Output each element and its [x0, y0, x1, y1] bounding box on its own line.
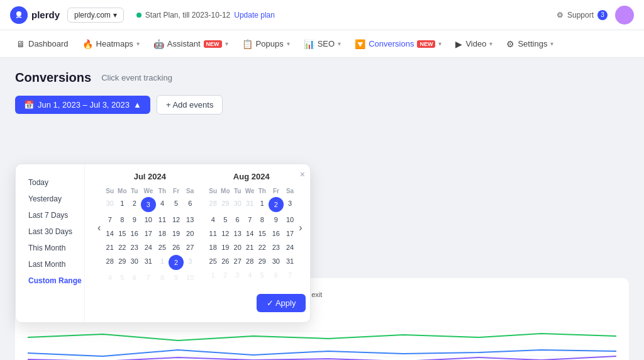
cal-day[interactable]: 6 [185, 197, 195, 212]
cal-day[interactable]: 28 [208, 197, 218, 212]
cal-day[interactable]: 23 [130, 241, 140, 254]
nav-item-dashboard[interactable]: 🖥 Dashboard [10, 35, 75, 53]
cal-day[interactable]: 3 [185, 255, 195, 270]
cal-day[interactable]: 31 [141, 255, 156, 270]
user-avatar[interactable] [615, 6, 634, 25]
cal-day[interactable]: 11 [157, 213, 167, 226]
nav-item-popups[interactable]: 📋 Popups ▾ [236, 35, 296, 53]
cal-day[interactable]: 22 [257, 241, 267, 254]
cal-day[interactable]: 15 [257, 227, 267, 240]
cal-day[interactable]: 5 [219, 213, 231, 226]
nav-item-heatmaps[interactable]: 🔥 Heatmaps ▾ [76, 35, 146, 53]
nav-item-settings[interactable]: ⚙ Settings ▾ [500, 35, 560, 53]
cal-day[interactable]: 10 [141, 213, 156, 226]
cal-day-selected[interactable]: 3 [141, 197, 156, 212]
date-range-button[interactable]: 📅 Jun 1, 2023 – Jul 3, 2023 ▲ [15, 96, 150, 114]
cal-day[interactable]: 25 [208, 255, 218, 267]
cal-day[interactable]: 13 [233, 227, 243, 240]
cal-day[interactable]: 31 [244, 197, 256, 212]
cal-day[interactable]: 7 [104, 213, 115, 226]
cal-day[interactable]: 20 [185, 227, 195, 240]
cal-day[interactable]: 21 [244, 241, 256, 254]
cal-day[interactable]: 28 [244, 255, 256, 267]
cal-day-selected[interactable]: 2 [269, 197, 284, 212]
cal-day[interactable]: 29 [257, 255, 267, 267]
cal-day[interactable]: 13 [185, 213, 195, 226]
nav-item-video[interactable]: ▶ Video ▾ [449, 35, 499, 53]
cal-day[interactable]: 23 [269, 241, 284, 254]
cal-day[interactable]: 24 [141, 241, 156, 254]
cal-day[interactable]: 29 [219, 197, 231, 212]
cal-next-button[interactable]: › [295, 221, 306, 235]
cal-preset-last7[interactable]: Last 7 Days [23, 207, 77, 223]
cal-day[interactable]: 16 [269, 227, 284, 240]
cal-day[interactable]: 10 [285, 213, 295, 226]
cal-day[interactable]: 2 [130, 197, 140, 212]
cal-day[interactable]: 4 [157, 197, 167, 212]
apply-button[interactable]: ✓ Apply [257, 294, 306, 312]
cal-preset-today[interactable]: Today [23, 174, 77, 191]
cal-day[interactable]: 18 [157, 227, 167, 240]
cal-day[interactable]: 1 [116, 197, 128, 212]
cal-day[interactable]: 30 [104, 197, 115, 212]
cal-preset-custom[interactable]: Custom Range [23, 273, 77, 289]
cal-day[interactable]: 8 [257, 213, 267, 226]
cal-day[interactable]: 12 [169, 213, 184, 226]
cal-day[interactable]: 19 [219, 241, 231, 254]
nav-item-seo[interactable]: 📊 SEO ▾ [297, 35, 347, 53]
cal-day[interactable]: 14 [104, 227, 115, 240]
cal-day[interactable]: 30 [269, 255, 284, 267]
cal-day[interactable]: 26 [169, 241, 184, 254]
cal-day[interactable]: 26 [219, 255, 231, 267]
cal-day[interactable]: 1 [157, 255, 167, 270]
cal-day[interactable]: 3 [285, 197, 295, 212]
cal-day[interactable]: 9 [130, 213, 140, 226]
cal-day[interactable]: 18 [208, 241, 218, 254]
cal-day[interactable]: 31 [285, 255, 295, 267]
cal-day[interactable]: 27 [233, 255, 243, 267]
cal-day[interactable]: 19 [169, 227, 184, 240]
cal-day[interactable]: 12 [219, 227, 231, 240]
chevron-down-icon: ▾ [550, 40, 553, 47]
cal-day[interactable]: 1 [257, 197, 267, 212]
calendar-main: ‹ Jul 2024 Su Mo Tu We Th Fr Sa [85, 164, 314, 322]
cal-preset-last30[interactable]: Last 30 Days [23, 223, 77, 240]
support-button[interactable]: ⚙ Support 3 [557, 10, 608, 20]
nav-item-conversions[interactable]: 🔽 Conversions NEW ▾ [348, 35, 448, 53]
calendar-close-button[interactable]: × [300, 169, 305, 179]
add-events-button[interactable]: + Add events [157, 95, 223, 115]
cal-day: 2 [219, 269, 231, 281]
cal-day[interactable]: 4 [208, 213, 218, 226]
nav-item-assistant[interactable]: 🤖 Assistant NEW ▾ [147, 35, 235, 53]
cal-prev-button[interactable]: ‹ [94, 221, 104, 235]
cal-day[interactable]: 9 [269, 213, 284, 226]
cal-day[interactable]: 5 [169, 197, 184, 212]
cal-day[interactable]: 14 [244, 227, 256, 240]
cal-day[interactable]: 25 [157, 241, 167, 254]
gear-icon: ⚙ [557, 11, 564, 20]
cal-day[interactable]: 8 [116, 213, 128, 226]
cal-day[interactable]: 28 [104, 255, 115, 270]
cal-preset-yesterday[interactable]: Yesterday [23, 191, 77, 207]
cal-day[interactable]: 24 [285, 241, 295, 254]
cal-day[interactable]: 27 [185, 241, 195, 254]
cal-day[interactable]: 6 [233, 213, 243, 226]
cal-day[interactable]: 20 [233, 241, 243, 254]
cal-day[interactable]: 15 [116, 227, 128, 240]
cal-day[interactable]: 30 [233, 197, 243, 212]
update-plan-link[interactable]: Update plan [234, 11, 275, 20]
cal-day[interactable]: 7 [244, 213, 256, 226]
cal-day[interactable]: 16 [130, 227, 140, 240]
cal-day[interactable]: 22 [116, 241, 128, 254]
cal-day[interactable]: 21 [104, 241, 115, 254]
cal-day[interactable]: 17 [141, 227, 156, 240]
cal-day[interactable]: 30 [130, 255, 140, 270]
cal-preset-thismonth[interactable]: This Month [23, 240, 77, 256]
cal-day[interactable]: 17 [285, 227, 295, 240]
cal-day[interactable]: 29 [116, 255, 128, 270]
plan-text: Start Plan, till 2023-10-12 [145, 11, 230, 20]
domain-selector[interactable]: plerdy.com ▾ [67, 8, 124, 23]
cal-day-selected[interactable]: 2 [169, 255, 184, 270]
cal-day[interactable]: 11 [208, 227, 218, 240]
cal-preset-lastmonth[interactable]: Last Month [23, 256, 77, 273]
